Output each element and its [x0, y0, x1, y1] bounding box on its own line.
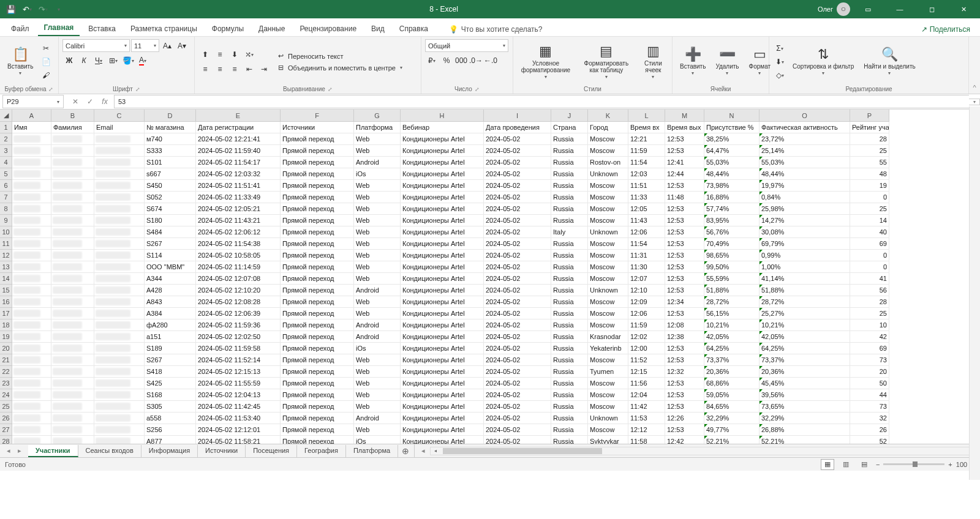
data-cell[interactable]: Russia	[551, 145, 588, 157]
sheet-tab[interactable]: Платформа	[346, 445, 398, 457]
zoom-control[interactable]: − + 100 %	[876, 461, 975, 468]
data-cell[interactable]: Russia	[551, 378, 588, 389]
redo-icon[interactable]: ↷▾	[36, 2, 50, 17]
data-cell[interactable]: 12:34	[665, 296, 704, 308]
data-cell[interactable]: Russia	[551, 250, 588, 261]
data-cell[interactable]: Web	[354, 354, 401, 366]
inc-decimal-icon[interactable]: .0→	[469, 54, 483, 67]
data-cell[interactable]: Moscow	[588, 401, 628, 413]
data-cell[interactable]	[51, 133, 94, 145]
sheet-tab-active[interactable]: Участники	[28, 445, 78, 457]
conditional-formatting-button[interactable]: ▦Условное форматирование▾	[517, 43, 575, 81]
data-cell[interactable]: 42,05%	[760, 331, 850, 343]
column-header[interactable]: L	[628, 110, 665, 122]
data-cell[interactable]: 83,95%	[704, 215, 760, 226]
data-cell[interactable]: Web	[354, 308, 401, 319]
data-cell[interactable]	[94, 366, 145, 378]
row-header[interactable]: 1	[0, 122, 12, 133]
data-cell[interactable]: Russia	[551, 331, 588, 343]
data-cell[interactable]: S168	[145, 389, 196, 401]
data-cell[interactable]	[12, 168, 51, 180]
data-cell[interactable]: Russia	[551, 157, 588, 168]
data-cell[interactable]: Russia	[551, 401, 588, 413]
data-cell[interactable]: 12:12	[628, 424, 665, 436]
data-cell[interactable]: 11:43	[628, 215, 665, 226]
header-cell[interactable]: Дата проведения	[484, 122, 551, 133]
collapse-ribbon-icon[interactable]: ^	[969, 37, 980, 94]
row-header[interactable]: 22	[0, 366, 12, 378]
data-cell[interactable]: 2024-05-02	[484, 343, 551, 354]
data-cell[interactable]: 2024-05-02 11:54:38	[196, 238, 281, 250]
data-cell[interactable]: 10	[850, 319, 889, 331]
data-cell[interactable]: фА280	[145, 319, 196, 331]
data-cell[interactable]: 64,47%	[704, 145, 760, 157]
data-cell[interactable]	[12, 308, 51, 319]
spreadsheet-grid[interactable]: ◢ABCDEFGHIJKLMNOP1ИмяФамилияEmail№ магаз…	[0, 110, 980, 444]
data-cell[interactable]: 73,37%	[760, 354, 850, 366]
data-cell[interactable]: 12:05	[628, 203, 665, 215]
share-button[interactable]: ↗ Поделиться	[916, 23, 975, 36]
data-cell[interactable]: 12:26	[665, 413, 704, 424]
data-cell[interactable]: 2024-05-02	[484, 157, 551, 168]
data-cell[interactable]: Moscow	[588, 308, 628, 319]
data-cell[interactable]: Moscow	[588, 378, 628, 389]
data-cell[interactable]: S418	[145, 366, 196, 378]
data-cell[interactable]: 42,05%	[704, 331, 760, 343]
data-cell[interactable]: 38,25%	[704, 133, 760, 145]
data-cell[interactable]: 12:15	[628, 366, 665, 378]
column-header[interactable]: H	[401, 110, 484, 122]
tab-review[interactable]: Рецензирование	[293, 21, 363, 36]
data-cell[interactable]: S114	[145, 250, 196, 261]
header-cell[interactable]: Рейтинг уча	[850, 122, 889, 133]
data-cell[interactable]: Прямой переход	[281, 436, 354, 444]
data-cell[interactable]	[94, 192, 145, 203]
cancel-formula-icon[interactable]: ✕	[69, 95, 82, 108]
data-cell[interactable]: Web	[354, 273, 401, 285]
data-cell[interactable]: ООО "МВМ"	[145, 261, 196, 273]
maximize-icon[interactable]: ◻	[918, 0, 946, 18]
data-cell[interactable]: 0	[850, 192, 889, 203]
column-header[interactable]: E	[196, 110, 281, 122]
data-cell[interactable]: А344	[145, 273, 196, 285]
data-cell[interactable]: 2024-05-02	[484, 250, 551, 261]
data-cell[interactable]: 11:30	[628, 261, 665, 273]
underline-icon[interactable]: Ч▾	[92, 54, 105, 67]
data-cell[interactable]	[51, 192, 94, 203]
data-cell[interactable]: Moscow	[588, 215, 628, 226]
data-cell[interactable]: Web	[354, 261, 401, 273]
data-cell[interactable]: Russia	[551, 319, 588, 331]
data-cell[interactable]: Прямой переход	[281, 378, 354, 389]
data-cell[interactable]: 0,99%	[760, 250, 850, 261]
data-cell[interactable]: 12:38	[665, 331, 704, 343]
align-middle-icon[interactable]: ≡	[213, 48, 227, 61]
data-cell[interactable]: 2024-05-02	[484, 215, 551, 226]
align-bottom-icon[interactable]: ⬇	[228, 48, 241, 61]
data-cell[interactable]	[94, 319, 145, 331]
data-cell[interactable]: Прямой переход	[281, 226, 354, 238]
data-cell[interactable]: 2024-05-02 11:53:40	[196, 413, 281, 424]
data-cell[interactable]: 2024-05-02 11:55:59	[196, 378, 281, 389]
data-cell[interactable]: 49,77%	[704, 424, 760, 436]
data-cell[interactable]: Russia	[551, 285, 588, 296]
data-cell[interactable]: 11:52	[628, 354, 665, 366]
data-cell[interactable]: 10,21%	[704, 319, 760, 331]
formula-input[interactable]: 53	[114, 95, 969, 108]
data-cell[interactable]: S180	[145, 215, 196, 226]
user-avatar[interactable]: O	[837, 2, 850, 16]
row-header[interactable]: 15	[0, 285, 12, 296]
data-cell[interactable]: S425	[145, 378, 196, 389]
data-cell[interactable]: 12:44	[665, 168, 704, 180]
data-cell[interactable]: Moscow	[588, 389, 628, 401]
data-cell[interactable]: Кондиционеры Artel	[401, 261, 484, 273]
data-cell[interactable]: Кондиционеры Artel	[401, 366, 484, 378]
data-cell[interactable]: 12:08	[665, 319, 704, 331]
data-cell[interactable]: 2024-05-02	[484, 203, 551, 215]
data-cell[interactable]: 28,72%	[760, 296, 850, 308]
delete-cells-button[interactable]: ➖Удалить▾	[712, 46, 742, 78]
data-cell[interactable]: 55	[850, 157, 889, 168]
data-cell[interactable]: Yekaterinb	[588, 343, 628, 354]
data-cell[interactable]: Прямой переход	[281, 168, 354, 180]
align-center-icon[interactable]: ≡	[213, 63, 227, 75]
data-cell[interactable]: Прямой переход	[281, 273, 354, 285]
fill-color-icon[interactable]: 🪣▾	[121, 54, 135, 67]
